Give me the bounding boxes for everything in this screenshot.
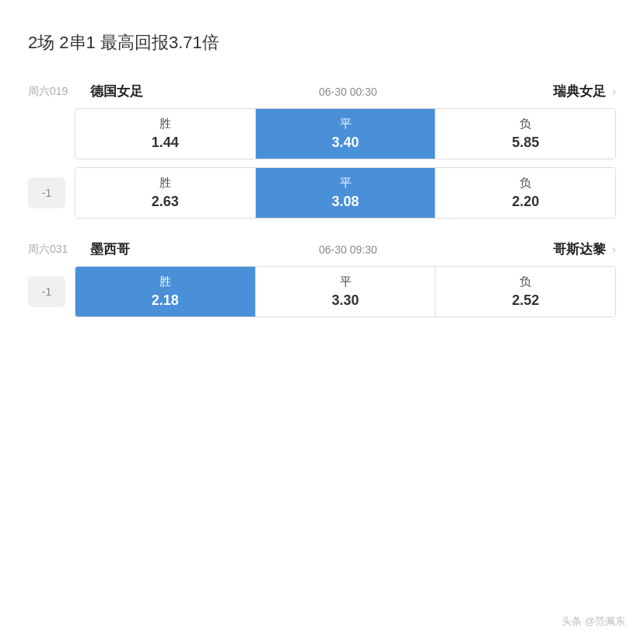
odds-label-0-0-0: 胜 bbox=[159, 117, 171, 131]
odds-value-0-0-1: 3.40 bbox=[331, 135, 359, 151]
odds-cell-0-1-0[interactable]: 胜2.63 bbox=[75, 168, 256, 218]
odds-label-0-0-2: 负 bbox=[520, 117, 531, 131]
odds-label-1-0-1: 平 bbox=[340, 275, 352, 289]
handicap-label-1-0: -1 bbox=[28, 276, 65, 307]
team-home-1: 墨西哥 bbox=[90, 240, 160, 258]
odds-label-0-0-1: 平 bbox=[340, 117, 352, 131]
odds-cell-0-0-1[interactable]: 平3.40 bbox=[256, 109, 436, 159]
match-header-0: 周六019 德国女足 06-30 00:30 瑞典女足 › bbox=[28, 82, 616, 100]
odds-value-1-0-0: 2.18 bbox=[152, 292, 179, 309]
team-away-1: 哥斯达黎 bbox=[536, 240, 606, 258]
odds-row-wrapper-0-0: 胜1.44平3.40负5.85 bbox=[28, 108, 616, 159]
odds-cells-row-1-0: 胜2.18平3.30负2.52 bbox=[75, 267, 615, 317]
chevron-icon-0[interactable]: › bbox=[612, 85, 616, 99]
match-id-0: 周六019 bbox=[28, 85, 90, 99]
odds-row-wrapper-0-1: -1胜2.63平3.08负2.20 bbox=[28, 167, 616, 219]
odds-cell-1-0-1[interactable]: 平3.30 bbox=[256, 267, 436, 317]
match-time-0: 06-30 00:30 bbox=[174, 86, 522, 98]
odds-value-0-1-2: 2.20 bbox=[512, 194, 539, 210]
odds-value-1-0-2: 2.52 bbox=[512, 292, 539, 309]
odds-row-wrapper-1-0: -1胜2.18平3.30负2.52 bbox=[28, 266, 616, 317]
match-time-1: 06-30 09:30 bbox=[174, 243, 522, 256]
watermark: 头条 @范佩东 bbox=[562, 614, 625, 628]
match-header-1: 周六031 墨西哥 06-30 09:30 哥斯达黎 › bbox=[28, 240, 616, 258]
odds-value-0-1-0: 2.63 bbox=[152, 194, 179, 210]
page-title: 2场 2串1 最高回报3.71倍 bbox=[28, 31, 616, 54]
odds-cell-0-0-2[interactable]: 负5.85 bbox=[436, 109, 615, 159]
matches-container: 周六019 德国女足 06-30 00:30 瑞典女足 › 胜1.44平3.40… bbox=[28, 82, 616, 317]
odds-cell-0-1-2[interactable]: 负2.20 bbox=[436, 168, 615, 218]
odds-value-1-0-1: 3.30 bbox=[331, 292, 359, 309]
odds-cell-0-0-0[interactable]: 胜1.44 bbox=[75, 109, 256, 159]
odds-table-0-1: 胜2.63平3.08负2.20 bbox=[75, 167, 616, 219]
odds-label-0-1-2: 负 bbox=[520, 176, 531, 191]
odds-table-0-0: 胜1.44平3.40负5.85 bbox=[75, 108, 616, 159]
team-away-0: 瑞典女足 bbox=[536, 82, 606, 100]
odds-cells-row-0-1: 胜2.63平3.08负2.20 bbox=[75, 168, 615, 218]
match-id-1: 周六031 bbox=[28, 243, 90, 257]
odds-cells-row-0-0: 胜1.44平3.40负5.85 bbox=[75, 109, 615, 159]
team-home-0: 德国女足 bbox=[90, 82, 160, 100]
match-block-1: 周六031 墨西哥 06-30 09:30 哥斯达黎 › -1胜2.18平3.3… bbox=[28, 240, 616, 317]
handicap-label-0-1: -1 bbox=[28, 177, 65, 208]
odds-value-0-0-0: 1.44 bbox=[152, 135, 179, 151]
odds-label-1-0-0: 胜 bbox=[159, 275, 171, 289]
odds-label-1-0-2: 负 bbox=[520, 275, 531, 289]
odds-value-0-0-2: 5.85 bbox=[512, 135, 539, 151]
match-block-0: 周六019 德国女足 06-30 00:30 瑞典女足 › 胜1.44平3.40… bbox=[28, 82, 616, 219]
odds-table-1-0: 胜2.18平3.30负2.52 bbox=[75, 266, 616, 317]
odds-value-0-1-1: 3.08 bbox=[331, 194, 359, 210]
odds-cell-1-0-0[interactable]: 胜2.18 bbox=[75, 267, 256, 317]
odds-label-0-1-0: 胜 bbox=[159, 176, 171, 191]
odds-label-0-1-1: 平 bbox=[340, 176, 352, 191]
odds-cell-1-0-2[interactable]: 负2.52 bbox=[436, 267, 615, 317]
chevron-icon-1[interactable]: › bbox=[612, 243, 616, 257]
odds-cell-0-1-1[interactable]: 平3.08 bbox=[256, 168, 436, 218]
